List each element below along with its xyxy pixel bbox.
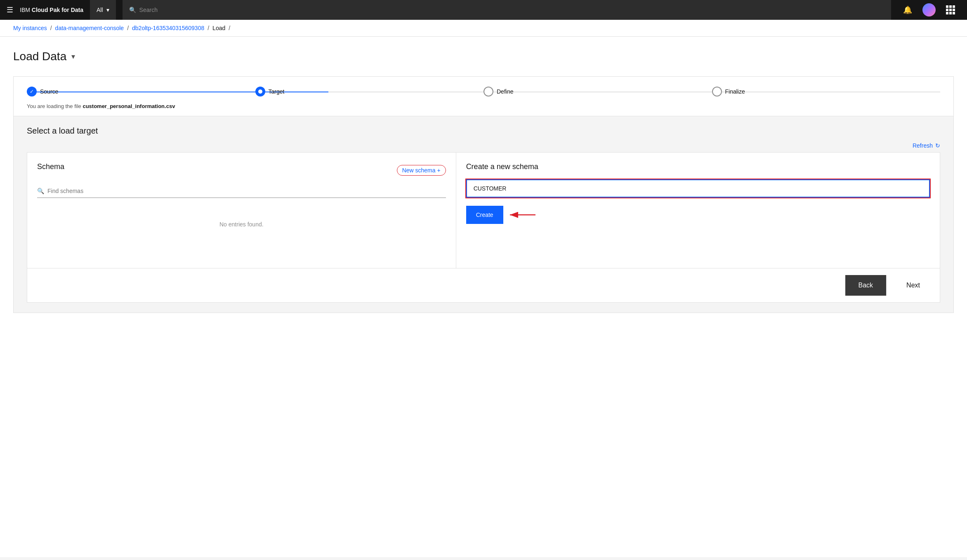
step-finalize-circle [712, 87, 722, 96]
breadcrumb-sep-2: / [127, 25, 129, 31]
step-description-prefix: You are loading the file [27, 103, 83, 109]
step-target[interactable]: Target [255, 87, 484, 96]
new-schema-button[interactable]: New schema + [397, 165, 446, 176]
footer-actions: Back Next [27, 268, 940, 303]
create-schema-panel: Create a new schema Create [456, 153, 940, 268]
page-title-row: Load Data ▾ [13, 50, 954, 63]
app-brand: IBM Cloud Pak for Data [20, 7, 83, 13]
step-description: You are loading the file customer_person… [27, 103, 940, 109]
next-button[interactable]: Next [886, 275, 940, 296]
top-navigation: ☰ IBM Cloud Pak for Data All ▾ 🔍 Search … [0, 0, 967, 20]
breadcrumb-sep-1: / [50, 25, 52, 31]
breadcrumb-sep-4: / [229, 25, 230, 31]
app-switcher-icon[interactable] [941, 0, 960, 20]
main-section: Select a load target Refresh ↻ Schema Ne… [13, 116, 954, 313]
avatar[interactable] [919, 0, 939, 20]
global-search-bar[interactable]: 🔍 Search [123, 0, 891, 20]
schema-search-input[interactable] [47, 188, 446, 194]
red-arrow-annotation [507, 210, 540, 220]
brand-normal: IBM [20, 7, 32, 13]
hamburger-menu-icon[interactable]: ☰ [7, 5, 13, 14]
scope-label: All [97, 7, 103, 13]
scope-dropdown[interactable]: All ▾ [90, 0, 116, 20]
schema-panel: Schema New schema + 🔍 No entries found. [27, 153, 456, 268]
breadcrumb: My instances / data-management-console /… [0, 20, 967, 37]
schema-input-wrapper [466, 179, 930, 198]
steps-container: ✓ Source Target Define Finalize [13, 76, 954, 116]
refresh-icon: ↻ [935, 142, 940, 149]
breadcrumb-load: Load [212, 25, 225, 31]
step-description-filename: customer_personal_information.csv [83, 103, 175, 109]
breadcrumb-my-instances[interactable]: My instances [13, 25, 47, 31]
search-placeholder: Search [139, 7, 158, 13]
steps-bar: ✓ Source Target Define Finalize [27, 87, 940, 96]
section-title: Select a load target [27, 126, 940, 136]
step-finalize[interactable]: Finalize [712, 87, 941, 96]
nav-right-actions: 🔔 [898, 0, 960, 20]
step-source[interactable]: ✓ Source [27, 87, 255, 96]
step-source-label: Source [40, 88, 58, 95]
refresh-label: Refresh [913, 142, 933, 149]
create-schema-title: Create a new schema [466, 162, 930, 171]
breadcrumb-data-management-console[interactable]: data-management-console [55, 25, 124, 31]
step-define-label: Define [497, 88, 513, 95]
step-finalize-label: Finalize [725, 88, 745, 95]
brand-bold: Cloud Pak for Data [32, 7, 83, 13]
schema-name-input[interactable] [467, 180, 929, 197]
step-define-circle [484, 87, 493, 96]
page-title: Load Data [13, 50, 66, 63]
scope-chevron-icon: ▾ [106, 7, 109, 13]
schema-panel-title: Schema [37, 162, 64, 171]
notification-bell-icon[interactable]: 🔔 [898, 0, 917, 20]
step-target-circle [255, 87, 265, 96]
step-source-circle: ✓ [27, 87, 37, 96]
schema-search-icon: 🔍 [37, 188, 44, 194]
grid-dots-icon [946, 5, 955, 14]
schema-no-entries: No entries found. [37, 205, 446, 244]
create-action-row: Create [466, 206, 930, 224]
schema-panel-header: Schema New schema + [37, 162, 446, 178]
page-title-chevron-icon[interactable]: ▾ [71, 52, 75, 61]
breadcrumb-db2oltp[interactable]: db2oltp-1635340315609308 [132, 25, 204, 31]
panels: Schema New schema + 🔍 No entries found. … [27, 152, 940, 268]
step-define[interactable]: Define [484, 87, 712, 96]
step-target-label: Target [269, 88, 285, 95]
breadcrumb-sep-3: / [208, 25, 209, 31]
back-button[interactable]: Back [845, 275, 887, 296]
create-schema-button[interactable]: Create [466, 206, 503, 224]
refresh-row[interactable]: Refresh ↻ [27, 142, 940, 149]
page-content: Load Data ▾ ✓ Source Target Define [0, 37, 967, 557]
search-icon: 🔍 [129, 7, 136, 13]
schema-search-box[interactable]: 🔍 [37, 184, 446, 198]
user-avatar [922, 3, 936, 16]
